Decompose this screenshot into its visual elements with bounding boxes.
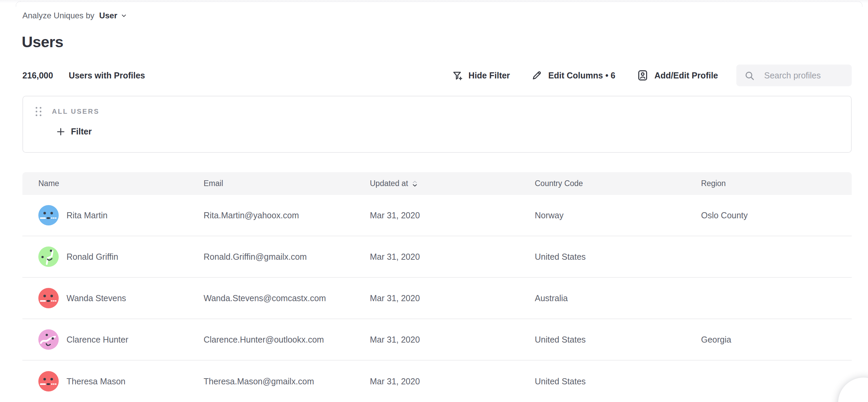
user-country: Australia	[535, 293, 701, 303]
user-name-cell: Wanda Stevens	[22, 288, 204, 308]
user-name: Ronald Griffin	[67, 252, 118, 262]
user-email: Rita.Martin@yahoox.com	[204, 211, 370, 220]
search-icon	[744, 71, 755, 81]
plus-icon	[56, 127, 65, 136]
user-updated-at: Mar 31, 2020	[370, 211, 535, 220]
avatar-face-neutral	[38, 288, 59, 308]
table-header-row: Name Email Updated at Country Code Regio…	[22, 172, 852, 195]
user-name-cell: Clarence Hunter	[22, 329, 204, 350]
table-row[interactable]: Clarence Hunter Clarence.Hunter@outlookx…	[22, 319, 852, 361]
table-row[interactable]: Rita Martin Rita.Martin@yahoox.com Mar 3…	[22, 195, 852, 236]
user-name-cell: Theresa Mason	[22, 371, 204, 391]
user-country: United States	[535, 252, 701, 262]
profiles-count-value: 216,000	[22, 71, 53, 80]
avatar-face-smile	[38, 329, 59, 350]
user-name-cell: Rita Martin	[22, 205, 204, 225]
pencil-icon	[531, 70, 543, 81]
filter-group-label: ALL USERS	[52, 108, 99, 115]
user-name: Wanda Stevens	[67, 293, 126, 303]
avatar	[38, 205, 59, 225]
avatar-face-smile	[38, 246, 59, 267]
avatar	[38, 288, 59, 308]
user-country: United States	[535, 377, 701, 386]
user-email: Wanda.Stevens@comcastx.com	[204, 293, 370, 303]
sub-header: 216,000 Users with Profiles Hide Filter …	[22, 65, 852, 86]
user-name: Rita Martin	[67, 211, 108, 220]
column-header-country-code[interactable]: Country Code	[535, 179, 701, 188]
hide-filter-button[interactable]: Hide Filter	[451, 70, 510, 81]
avatar	[38, 246, 59, 267]
column-header-email[interactable]: Email	[204, 179, 370, 188]
edit-columns-button[interactable]: Edit Columns • 6	[531, 70, 616, 81]
user-updated-at: Mar 31, 2020	[370, 252, 535, 262]
table-row[interactable]: Theresa Mason Theresa.Mason@gmailx.com M…	[22, 361, 852, 402]
user-updated-at: Mar 31, 2020	[370, 293, 535, 303]
user-updated-at: Mar 31, 2020	[370, 377, 535, 386]
avatar	[38, 329, 59, 350]
filter-card: ALL USERS Filter	[22, 96, 852, 153]
sort-indicator-icon	[412, 181, 417, 187]
user-region: Oslo County	[701, 211, 852, 220]
column-header-region[interactable]: Region	[701, 179, 852, 188]
profiles-count-label: Users with Profiles	[69, 71, 145, 80]
avatar-face-neutral	[38, 205, 59, 225]
avatar-face-neutral	[38, 371, 59, 391]
user-country: Norway	[535, 211, 701, 220]
drag-handle-icon[interactable]	[35, 106, 42, 117]
add-edit-profile-label: Add/Edit Profile	[655, 71, 718, 80]
users-table: Name Email Updated at Country Code Regio…	[22, 172, 852, 402]
chevron-down-icon	[120, 12, 127, 19]
edit-columns-label: Edit Columns • 6	[548, 71, 616, 80]
user-name: Clarence Hunter	[67, 335, 128, 345]
user-name: Theresa Mason	[67, 377, 126, 386]
column-header-name[interactable]: Name	[22, 179, 204, 188]
user-updated-at: Mar 31, 2020	[370, 335, 535, 345]
add-filter-label: Filter	[71, 127, 92, 136]
user-name-cell: Ronald Griffin	[22, 246, 204, 267]
table-row[interactable]: Ronald Griffin Ronald.Griffin@gmailx.com…	[22, 236, 852, 278]
add-edit-profile-button[interactable]: Add/Edit Profile	[637, 69, 718, 81]
add-filter-button[interactable]: Filter	[56, 127, 851, 136]
avatar	[38, 371, 59, 391]
user-email: Clarence.Hunter@outlookx.com	[204, 335, 370, 345]
filter-group-header: ALL USERS	[23, 96, 851, 117]
user-email: Theresa.Mason@gmailx.com	[204, 377, 370, 386]
analyze-uniques-label: Analyze Uniques by	[22, 11, 94, 20]
users-page: Analyze Uniques by User Users 216,000 Us…	[0, 0, 868, 402]
analyze-by-dropdown[interactable]: User	[99, 11, 127, 20]
funnel-plus-icon	[451, 70, 463, 81]
table-row[interactable]: Wanda Stevens Wanda.Stevens@comcastx.com…	[22, 278, 852, 319]
toolbar: Hide Filter Edit Columns • 6 Add/Edit Pr…	[430, 65, 852, 86]
scrolled-card-edge	[16, 1, 863, 6]
profiles-count: 216,000 Users with Profiles	[22, 71, 145, 80]
column-header-updated-at[interactable]: Updated at	[370, 179, 535, 188]
user-region: Georgia	[701, 335, 852, 345]
user-email: Ronald.Griffin@gmailx.com	[204, 252, 370, 262]
page-title: Users	[22, 33, 868, 51]
user-country: United States	[535, 335, 701, 345]
profile-card-icon	[637, 69, 649, 81]
hide-filter-label: Hide Filter	[469, 71, 510, 80]
search-profiles-box	[736, 65, 852, 86]
analyze-by-value: User	[99, 11, 117, 20]
